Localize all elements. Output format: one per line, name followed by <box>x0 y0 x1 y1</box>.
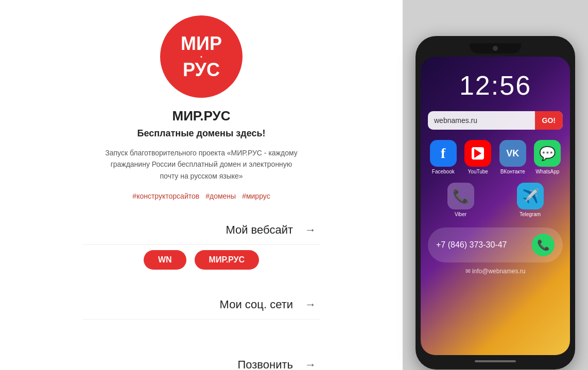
viber-icon: 📞 <box>447 183 474 209</box>
phone-mockup: 12:56 GO! f Facebook <box>416 36 575 369</box>
site-description: Запуск благотворительного проекта «МИР.Р… <box>103 147 299 182</box>
viber-label: Viber <box>455 212 466 217</box>
site-name: МИР.РУС <box>172 108 231 124</box>
website-link-text: Мой вебсайт <box>226 223 293 237</box>
phone-search-input[interactable] <box>428 111 535 130</box>
left-panel: МИР • РУС МИР.РУС Бесплатные домены здес… <box>0 0 403 370</box>
logo-circle: МИР • РУС <box>160 15 243 98</box>
call-link[interactable]: Позвонить → <box>83 350 320 370</box>
phone-search-go-button[interactable]: GO! <box>535 111 563 130</box>
social-link[interactable]: Мои соц. сети → <box>83 290 320 320</box>
phone-search-bar: GO! <box>428 111 563 130</box>
phone-home-indicator <box>475 360 516 362</box>
logo-text: МИР • РУС <box>181 33 222 80</box>
whatsapp-label: WhatsApp <box>535 169 559 174</box>
site-tagline: Бесплатные домены здесь! <box>137 128 265 139</box>
website-buttons: WN МИР.РУС <box>83 250 320 270</box>
phone-camera <box>493 46 498 51</box>
phone-notch <box>470 43 521 54</box>
hashtags-row: #конструкторсайтов #домены #миррус <box>132 192 270 200</box>
app-whatsapp[interactable]: 💬 WhatsApp <box>532 140 563 174</box>
phone-number: +7 (846) 373-30-47 <box>436 240 507 250</box>
phone-time: 12:56 <box>428 70 563 101</box>
app-vkontakte[interactable]: VK ВКонтакте <box>497 140 528 174</box>
vk-icon: VK <box>499 140 526 167</box>
website-arrow-icon[interactable]: → <box>301 221 320 239</box>
phone-panel: 12:56 GO! f Facebook <box>403 0 588 370</box>
app-facebook[interactable]: f Facebook <box>428 140 459 174</box>
app-telegram[interactable]: ✈️ Telegram <box>497 183 563 217</box>
phone-call-bar[interactable]: +7 (846) 373-30-47 📞 <box>428 227 563 262</box>
hashtag-constructor[interactable]: #конструкторсайтов <box>132 192 199 200</box>
call-button[interactable]: 📞 <box>532 234 555 256</box>
call-arrow-icon[interactable]: → <box>301 356 320 370</box>
youtube-icon <box>464 140 491 167</box>
youtube-label: YouTube <box>468 169 488 174</box>
mirruc-button[interactable]: МИР.РУС <box>195 250 260 270</box>
hashtag-domains[interactable]: #домены <box>205 192 236 200</box>
apps-grid: f Facebook YouTube <box>428 140 563 174</box>
social-section: Мои соц. сети → <box>83 290 320 325</box>
facebook-icon: f <box>430 140 457 167</box>
apps-row2: 📞 Viber ✈️ Telegram <box>428 183 563 217</box>
app-youtube[interactable]: YouTube <box>463 140 494 174</box>
telegram-icon: ✈️ <box>517 183 544 209</box>
wn-button[interactable]: WN <box>144 250 186 270</box>
app-viber[interactable]: 📞 Viber <box>428 183 493 217</box>
facebook-label: Facebook <box>432 169 455 174</box>
call-icon: 📞 <box>537 239 550 251</box>
telegram-label: Telegram <box>520 212 541 217</box>
phone-screen: 12:56 GO! f Facebook <box>421 57 570 355</box>
website-section: Мой вебсайт → WN МИР.РУС <box>83 216 320 285</box>
call-link-text: Позвонить <box>237 358 293 370</box>
hashtag-mirruc[interactable]: #миррус <box>242 192 270 200</box>
social-arrow-icon[interactable]: → <box>301 295 320 314</box>
phone-email: ✉ info@webnames.ru <box>428 268 563 275</box>
website-link[interactable]: Мой вебсайт → <box>83 216 320 245</box>
call-section: Позвонить → <box>83 350 320 370</box>
vk-label: ВКонтакте <box>500 169 525 174</box>
whatsapp-icon: 💬 <box>534 140 561 167</box>
social-link-text: Мои соц. сети <box>220 298 293 311</box>
